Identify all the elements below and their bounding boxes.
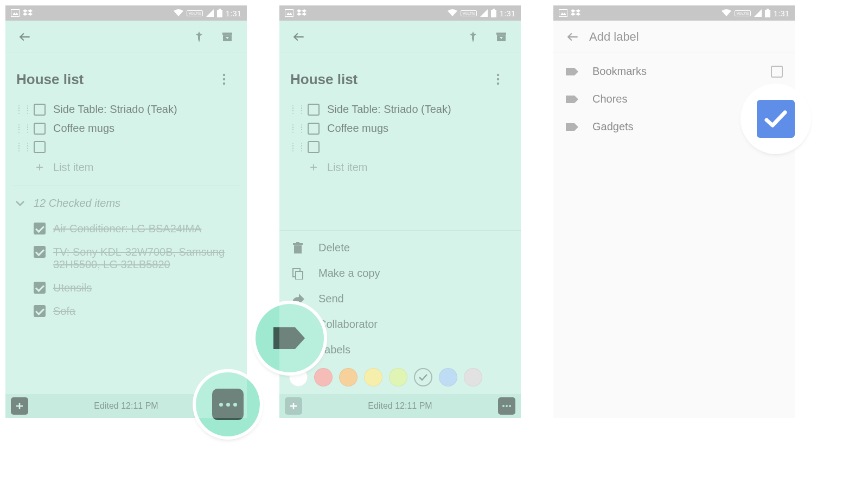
- color-swatch[interactable]: [464, 368, 482, 386]
- overflow-button[interactable]: [212, 67, 236, 91]
- list-item[interactable]: ⋮⋮⋮⋮ Coffee mugs: [13, 119, 239, 138]
- drag-handle-icon[interactable]: ⋮⋮⋮⋮: [15, 107, 26, 112]
- label-name: Bookmarks: [592, 65, 647, 78]
- archive-button[interactable]: [215, 25, 239, 49]
- list-item-label[interactable]: Coffee mugs: [327, 122, 511, 135]
- checked-items-header[interactable]: 12 Checked items: [13, 194, 239, 217]
- color-swatch[interactable]: [389, 368, 407, 386]
- screen-note: VoLTE 1:31 House list ⋮⋮⋮⋮ Side Table:: [5, 5, 247, 418]
- checkbox[interactable]: [308, 141, 320, 153]
- list-item-label[interactable]: Coffee mugs: [53, 122, 237, 135]
- status-bar: VoLTE 1:31: [279, 5, 521, 21]
- svg-rect-3: [222, 33, 232, 35]
- color-swatch[interactable]: [314, 368, 333, 386]
- status-time: 1:31: [500, 9, 515, 18]
- list-item-label[interactable]: TV: Sony KDL-32W700B, Samsung 32H5500, L…: [53, 246, 237, 271]
- label-row[interactable]: Bookmarks: [553, 58, 795, 85]
- checkbox[interactable]: [34, 282, 46, 294]
- add-label-input[interactable]: [589, 30, 787, 44]
- list-item-checked[interactable]: Sofa: [13, 300, 239, 323]
- list-item[interactable]: ⋮⋮⋮⋮ Side Table: Striado (Teak): [13, 100, 239, 119]
- svg-rect-1: [217, 10, 222, 17]
- list-item[interactable]: ⋮⋮⋮⋮ Coffee mugs: [287, 119, 513, 138]
- overflow-button[interactable]: [486, 67, 510, 91]
- wifi-icon: [722, 9, 731, 17]
- drag-handle-icon[interactable]: ⋮⋮⋮⋮: [15, 126, 26, 131]
- list-item-checked[interactable]: TV: Sony KDL-32W700B, Samsung 32H5500, L…: [13, 240, 239, 276]
- back-button[interactable]: [561, 25, 585, 49]
- screen-labels: VoLTE 1:31 Bookmarks Chores: [553, 5, 795, 418]
- app-bar: [5, 21, 247, 53]
- add-button[interactable]: [11, 397, 28, 415]
- list-item-checked[interactable]: Utensils: [13, 276, 239, 300]
- svg-point-7: [223, 83, 225, 85]
- more-menu: Delete Make a copy Send Collaborator Lab…: [279, 230, 521, 394]
- image-icon: [285, 9, 293, 17]
- app-bar: [279, 21, 521, 53]
- archive-button[interactable]: [489, 25, 513, 49]
- label-name: Chores: [592, 93, 627, 105]
- add-button[interactable]: [285, 397, 302, 415]
- back-button[interactable]: [287, 25, 311, 49]
- pin-button[interactable]: [461, 25, 485, 49]
- color-swatch[interactable]: [339, 368, 358, 386]
- menu-item-label: Collaborator: [318, 318, 378, 331]
- drag-handle-icon[interactable]: ⋮⋮⋮⋮: [289, 126, 300, 131]
- menu-item-send[interactable]: Send: [279, 286, 521, 312]
- back-button[interactable]: [13, 25, 37, 49]
- color-swatch-selected[interactable]: [414, 368, 432, 386]
- checkbox[interactable]: [308, 104, 320, 116]
- callout-more-button: [196, 372, 260, 436]
- add-item-placeholder: List item: [327, 161, 511, 174]
- plus-icon: +: [308, 160, 320, 175]
- signal-icon: [206, 9, 214, 17]
- add-list-item[interactable]: + List item: [287, 156, 513, 178]
- color-swatch[interactable]: [439, 368, 457, 386]
- svg-point-5: [223, 74, 225, 76]
- list-item[interactable]: ⋮⋮⋮⋮ Side Table: Striado (Teak): [287, 100, 513, 119]
- color-swatch[interactable]: [364, 368, 382, 386]
- checkbox[interactable]: [34, 305, 46, 317]
- list-item[interactable]: ⋮⋮⋮⋮: [287, 138, 513, 156]
- list-item-label[interactable]: Utensils: [53, 282, 237, 294]
- checkbox[interactable]: [34, 223, 46, 234]
- list-item-label[interactable]: Sofa: [53, 305, 237, 318]
- checkbox[interactable]: [34, 141, 46, 153]
- menu-item-label: Labels: [318, 344, 350, 356]
- svg-rect-23: [765, 10, 770, 17]
- list-item-label[interactable]: Air Conditioner: LG BSA24IMA: [53, 223, 237, 235]
- drag-handle-icon[interactable]: ⋮⋮⋮⋮: [289, 107, 300, 112]
- svg-rect-9: [491, 10, 496, 17]
- drag-handle-icon[interactable]: ⋮⋮⋮⋮: [289, 144, 300, 150]
- svg-rect-16: [294, 245, 302, 253]
- checkbox[interactable]: [308, 123, 320, 135]
- checkbox[interactable]: [34, 246, 46, 258]
- menu-item-delete[interactable]: Delete: [279, 235, 521, 261]
- menu-item-label: Delete: [318, 242, 350, 254]
- pin-button[interactable]: [187, 25, 211, 49]
- checkbox[interactable]: [34, 104, 46, 116]
- chevron-down-icon: [15, 200, 25, 207]
- checkbox[interactable]: [34, 123, 46, 135]
- drag-handle-icon[interactable]: ⋮⋮⋮⋮: [15, 144, 26, 150]
- list-item-label[interactable]: Side Table: Striado (Teak): [327, 103, 511, 116]
- note-title[interactable]: House list: [290, 71, 358, 88]
- copy-icon: [290, 268, 305, 280]
- add-list-item[interactable]: + List item: [13, 156, 239, 178]
- svg-point-15: [497, 83, 499, 85]
- list-item-label[interactable]: Side Table: Striado (Teak): [53, 103, 237, 116]
- menu-item-copy[interactable]: Make a copy: [279, 261, 521, 286]
- note-title[interactable]: House list: [16, 71, 84, 88]
- label-checkbox[interactable]: [771, 66, 783, 78]
- add-item-placeholder: List item: [53, 161, 237, 174]
- more-button[interactable]: [498, 397, 515, 415]
- menu-item-label: Make a copy: [318, 267, 380, 280]
- list-item-checked[interactable]: Air Conditioner: LG BSA24IMA: [13, 217, 239, 240]
- wifi-icon: [448, 9, 457, 17]
- wifi-icon: [174, 9, 183, 17]
- list-item[interactable]: ⋮⋮⋮⋮: [13, 138, 239, 156]
- svg-rect-0: [11, 10, 20, 17]
- screen-menu: VoLTE 1:31 House list ⋮⋮⋮⋮ Side Table:: [279, 5, 521, 418]
- volte-badge: VoLTE: [187, 10, 202, 16]
- edited-label: Edited 12:11 PM: [94, 401, 158, 411]
